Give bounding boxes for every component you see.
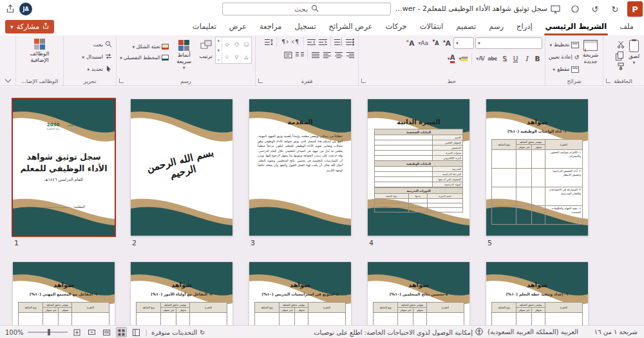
format-painter-icon[interactable] — [616, 61, 626, 71]
redo-icon[interactable]: ↻ — [608, 3, 622, 15]
new-slide-button[interactable]: شريحة جديدة — [582, 37, 600, 65]
copy-icon[interactable] — [616, 50, 626, 60]
svg-text:3: 3 — [341, 43, 343, 46]
slideshow-view-icon[interactable] — [86, 327, 97, 337]
group-addins: الوظائف الإضافية الوظائف الإضا... — [15, 35, 63, 86]
search-input[interactable]: بحث — [222, 3, 391, 15]
replace-button[interactable]: استبدال ▼ — [68, 52, 112, 62]
font-size-combobox[interactable]: ▼ — [453, 37, 474, 49]
reset-button[interactable]: ↺ إعادة تعيين — [549, 52, 579, 62]
align-right-icon[interactable] — [345, 50, 355, 60]
ribbon-tab[interactable]: تسجيل — [289, 18, 323, 35]
justify-icon[interactable] — [310, 50, 321, 60]
slide-thumbnail[interactable]: شواهد ٤-التنويع في استراتيجيات التدريس (… — [249, 262, 351, 325]
ribbon-tab[interactable]: تصميم — [450, 18, 482, 35]
ribbon-tab[interactable]: رسم — [482, 18, 510, 35]
evidence-subtitle: ٥-تحسين نتائج المتعلمين (١٠%) — [368, 292, 469, 296]
font-name-combobox[interactable]: ▼ — [475, 37, 542, 49]
powerpoint-window: JA بحث سجل توثيق شواهد الأداء الوظيفى لل… — [0, 0, 644, 338]
numbering-icon[interactable]: 123 — [333, 37, 344, 47]
align-left-icon[interactable] — [321, 50, 332, 60]
ribbon-tab[interactable]: إدراج — [510, 18, 539, 35]
zoom-level: 100% — [5, 329, 24, 336]
undo-icon[interactable]: ↺ — [588, 3, 602, 15]
ribbon-tab[interactable]: حركات — [379, 18, 413, 35]
bold-button[interactable]: B — [533, 53, 542, 64]
svg-text:¶: ¶ — [295, 39, 299, 45]
highlight-color-button[interactable]: ▼ — [457, 53, 469, 64]
paste-button[interactable]: لصق ▼ — [629, 37, 639, 65]
slide-thumbnail[interactable]: شواهد ٣- التفاعل مع أولياء الأمور (١٠%) … — [131, 262, 232, 325]
slide-thumbnail[interactable]: شواهد ٥-تحسين نتائج المتعلمين (١٠%) الفق… — [368, 262, 469, 325]
layout-button[interactable]: تخطيط ▼ — [549, 39, 579, 50]
ribbon-tab[interactable]: الشريط الرئيسي — [539, 18, 614, 35]
diamond-shape-icon[interactable]: ◇ — [222, 41, 231, 47]
shape-fill-button[interactable]: تعبئة الشكل ▼ — [120, 42, 169, 52]
arrange-button[interactable]: ترتيب — [199, 37, 212, 60]
underline-button[interactable]: U — [511, 53, 520, 64]
line-spacing-icon[interactable] — [263, 37, 274, 47]
chevron-down-icon: ▼ — [87, 68, 90, 71]
present-icon[interactable] — [548, 3, 562, 15]
text-direction-icon[interactable] — [283, 50, 294, 60]
change-case-button[interactable]: Aa▼ — [417, 37, 430, 49]
group-editing: بحث استبدال ▼ تحديد ▼ تحرير — [63, 35, 116, 86]
slide-thumbnail[interactable]: شواهد ٦- إعداد وتنفيذ خطة التعلم (١٠%) ا… — [486, 262, 588, 325]
ribbon-tab[interactable]: عرض الشرائح — [323, 18, 379, 35]
character-spacing-button[interactable]: AV▼ — [475, 53, 485, 64]
align-center-icon[interactable] — [333, 50, 344, 60]
find-button[interactable]: بحث — [68, 39, 112, 50]
rectangle-shape-icon[interactable]: □ — [242, 41, 251, 47]
section-button[interactable]: مقطع ▼ — [549, 64, 579, 75]
triangle-shape-icon[interactable]: △ — [242, 54, 251, 60]
clear-formatting-button[interactable]: A✕ — [404, 37, 415, 49]
ribbon-tab[interactable]: ملف — [613, 18, 640, 35]
ribbon-tab[interactable]: انتقالات — [413, 18, 450, 35]
status-bar: 100% | ↻ التحديثات متوفرة — [0, 325, 644, 338]
share-export-icon[interactable] — [5, 3, 16, 15]
language-status[interactable]: العربية (المملكة العربية السعودية) — [488, 326, 578, 338]
grow-font-button[interactable]: A▲ — [442, 37, 452, 49]
shrink-font-button[interactable]: A▼ — [431, 37, 440, 49]
ribbon-tab[interactable]: عرض — [223, 18, 253, 35]
evidence-table: الفقرة مؤشر تحقق الشاهد نوع الشاهد متوفر… — [373, 302, 464, 325]
italic-button[interactable]: I — [522, 53, 531, 64]
accessibility-status[interactable]: إمكانية الوصول لذوى الاحتياجات الخاصة: ا… — [314, 326, 483, 338]
addins-button[interactable]: الوظائف الإضافية — [21, 35, 59, 64]
normal-view-icon[interactable] — [131, 327, 142, 337]
triangle-down-shape-icon[interactable]: ▽ — [232, 54, 241, 60]
slide-thumbnail[interactable]: شواهد ٢- التفاعل مع المجتمع المهني (١٠%)… — [13, 262, 115, 325]
shapes-gallery[interactable]: □○◇ △▽☆ ▲▼≡ — [215, 37, 252, 64]
bullets-icon[interactable] — [345, 37, 355, 47]
reading-view-icon[interactable] — [101, 327, 112, 337]
zoom-slider[interactable] — [28, 332, 68, 333]
group-font: ▼ ▼ A▲ A▼ Aa▼ A✕ B I U S abc AV▼ ▼ A▼ خط — [358, 35, 545, 86]
sync-ring-icon[interactable] — [568, 3, 582, 15]
ltr-paragraph-icon[interactable]: ¶ — [279, 37, 290, 47]
ellipse-shape-icon[interactable]: ○ — [232, 41, 241, 47]
star-shape-icon[interactable]: ☆ — [222, 54, 231, 60]
updates-available[interactable]: ↻ التحديثات متوفرة — [151, 329, 205, 336]
text-shadow-button[interactable]: S — [500, 53, 509, 64]
columns-icon[interactable] — [294, 50, 305, 60]
decrease-indent-icon[interactable] — [317, 37, 328, 47]
strikethrough-button[interactable]: abc — [487, 53, 498, 64]
ribbon-tab[interactable]: تعليمات — [186, 18, 223, 35]
shape-outline-button[interactable]: المخطط التفصيلي ▼ — [120, 53, 169, 62]
grid-view-icon[interactable] — [116, 327, 127, 337]
font-color-button[interactable]: A▼ — [446, 53, 457, 64]
chevron-down-icon: ▼ — [553, 68, 555, 71]
fit-slide-icon[interactable] — [71, 327, 82, 337]
cut-icon[interactable] — [616, 39, 626, 49]
increase-indent-icon[interactable] — [306, 37, 317, 47]
share-button[interactable]: مشاركة ▼ — [5, 20, 54, 33]
rtl-paragraph-icon[interactable]: ¶ — [290, 37, 301, 47]
collapse-ribbon-icon[interactable] — [5, 77, 12, 83]
select-button[interactable]: تحديد ▼ — [68, 64, 112, 75]
ribbon-tab[interactable]: مراجعة — [253, 18, 289, 35]
find-icon — [105, 41, 112, 49]
chevron-down-icon: ▼ — [133, 45, 135, 49]
gallery-scroll[interactable]: ▲▼≡ — [216, 37, 222, 63]
avatar[interactable]: JA — [19, 3, 32, 15]
quick-styles-button[interactable]: أنماط سريعة ▼ — [171, 37, 196, 70]
